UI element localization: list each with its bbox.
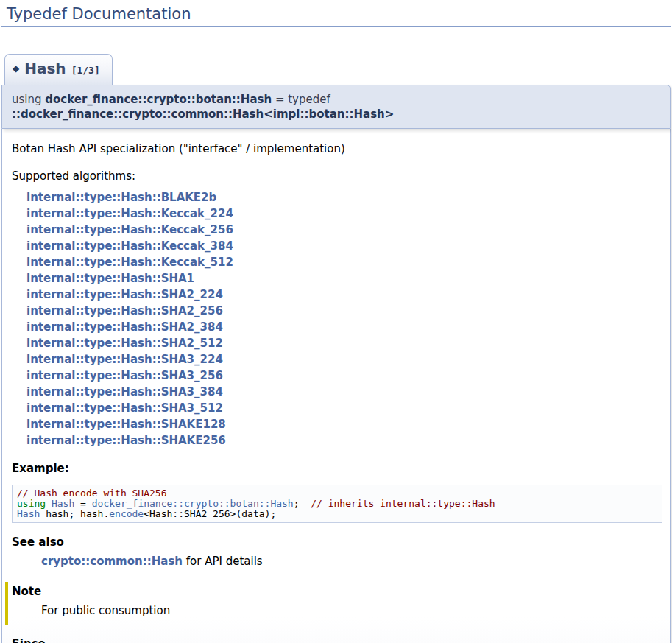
algorithm-link[interactable]: internal::type::Hash::SHA2_256 xyxy=(26,303,662,319)
declaration-prefix: using xyxy=(12,93,45,106)
section-title: Typedef Documentation xyxy=(1,0,671,27)
member-name: Hash xyxy=(24,60,66,77)
note-text: For public consumption xyxy=(41,603,662,619)
member-declaration: using docker_finance::crypto::botan::Has… xyxy=(1,85,671,129)
algorithm-link[interactable]: internal::type::Hash::SHA3_384 xyxy=(26,384,662,400)
code-text: ; xyxy=(294,498,311,509)
algorithm-link[interactable]: internal::type::Hash::SHAKE128 xyxy=(26,416,662,432)
since-section: Since docker-finance 1.0.0 xyxy=(12,636,662,643)
algorithm-link-list: internal::type::Hash::BLAKE2b internal::… xyxy=(26,189,662,449)
algorithm-link[interactable]: internal::type::Hash::Keccak_224 xyxy=(26,205,662,222)
member-item: ◆Hash[1/3] using docker_finance::crypto:… xyxy=(1,27,671,643)
code-text xyxy=(46,498,52,509)
note-label: Note xyxy=(12,584,662,600)
code-link[interactable]: docker_finance::crypto::botan::Hash xyxy=(92,498,294,509)
since-label: Since xyxy=(12,636,662,643)
code-text: <Hash::SHA2_256>(data); xyxy=(144,508,276,519)
code-keyword: using xyxy=(17,498,46,509)
see-also-link[interactable]: crypto::common::Hash xyxy=(41,555,183,568)
code-line: using Hash = docker_finance::crypto::bot… xyxy=(17,499,657,509)
note-section: Note For public consumption xyxy=(5,582,662,625)
code-comment: // inherits internal::type::Hash xyxy=(311,498,495,509)
algorithm-link[interactable]: internal::type::Hash::Keccak_512 xyxy=(26,254,662,270)
algorithm-link[interactable]: internal::type::Hash::SHAKE256 xyxy=(26,432,662,449)
declaration-type: ::docker_finance::crypto::common::Hash<i… xyxy=(12,108,394,121)
code-line: Hash hash; hash.encode<Hash::SHA2_256>(d… xyxy=(17,509,657,519)
code-fragment: // Hash encode with SHA256 using Hash = … xyxy=(12,485,662,523)
declaration-name: docker_finance::crypto::botan::Hash xyxy=(45,93,272,106)
example-label: Example: xyxy=(12,461,662,477)
code-text: hash; hash. xyxy=(40,508,109,519)
algorithm-link[interactable]: internal::type::Hash::SHA1 xyxy=(26,270,662,287)
algorithm-link[interactable]: internal::type::Hash::Keccak_256 xyxy=(26,222,662,238)
member-title-tab: ◆Hash[1/3] xyxy=(4,54,113,85)
member-description: Botan Hash API specialization ("interfac… xyxy=(12,141,662,158)
code-link[interactable]: encode xyxy=(109,508,144,519)
see-also-content: crypto::common::Hash for API details xyxy=(41,554,662,570)
see-also-section: See also crypto::common::Hash for API de… xyxy=(12,535,662,570)
algorithm-link[interactable]: internal::type::Hash::SHA3_224 xyxy=(26,351,662,368)
code-link[interactable]: Hash xyxy=(17,508,40,519)
algorithm-link[interactable]: internal::type::Hash::SHA2_224 xyxy=(26,287,662,303)
code-link[interactable]: Hash xyxy=(52,498,74,509)
supported-algorithms-label: Supported algorithms: xyxy=(12,169,662,185)
contents: Typedef Documentation ◆Hash[1/3] using d… xyxy=(0,0,672,643)
member-documentation: Botan Hash API specialization ("interfac… xyxy=(1,129,671,643)
algorithm-link[interactable]: internal::type::Hash::SHA3_256 xyxy=(26,368,662,384)
algorithm-link[interactable]: internal::type::Hash::SHA2_384 xyxy=(26,319,662,335)
code-comment: // Hash encode with SHA256 xyxy=(17,488,167,499)
algorithm-link[interactable]: internal::type::Hash::SHA3_512 xyxy=(26,400,662,416)
algorithm-link[interactable]: internal::type::Hash::BLAKE2b xyxy=(26,189,662,205)
algorithm-link[interactable]: internal::type::Hash::SHA2_512 xyxy=(26,335,662,351)
see-also-label: See also xyxy=(12,535,662,551)
code-text: = xyxy=(74,498,91,509)
anchor-diamond-icon[interactable]: ◆ xyxy=(13,63,19,74)
see-also-text: for API details xyxy=(183,555,263,568)
code-line: // Hash encode with SHA256 xyxy=(17,488,657,499)
declaration-middle: = typedef xyxy=(272,93,330,106)
overload-badge: [1/3] xyxy=(71,65,100,76)
algorithm-link[interactable]: internal::type::Hash::Keccak_384 xyxy=(26,238,662,254)
